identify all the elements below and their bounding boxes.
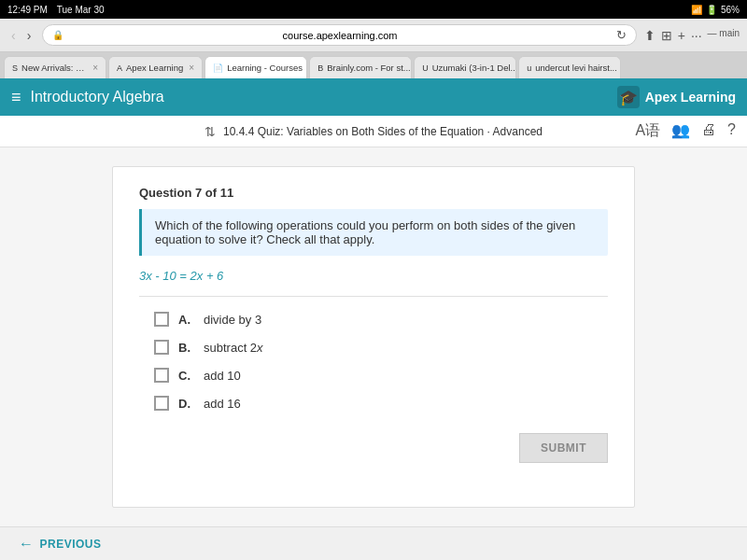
option-label-c: C. [178, 369, 190, 383]
print-icon[interactable]: 🖨 [701, 121, 716, 141]
tab-learning-courses[interactable]: 📄 Learning - Courses × [204, 56, 307, 78]
apex-logo-icon: 🎓 [617, 86, 640, 108]
share-button[interactable]: ⬆ [644, 28, 655, 43]
address-bar[interactable]: 🔒 course.apexlearning.com ↻ [42, 24, 636, 46]
nav-buttons: ‹ › [7, 26, 35, 45]
reload-button[interactable]: ↻ [616, 28, 627, 42]
option-text-b: subtract 2x [204, 341, 263, 355]
breadcrumb-text: 10.4.4 Quiz: Variables on Both Sides of … [223, 125, 543, 138]
submit-area: SUBMIT [139, 433, 608, 463]
tab-undercut[interactable]: u undercut levi hairst... × [518, 56, 621, 78]
breadcrumb-actions: A语 👥 🖨 ? [635, 121, 736, 141]
browser-actions: ⬆ ⊞ + ··· — main [644, 28, 740, 43]
tab-apex-learning[interactable]: A Apex Learning × [108, 56, 203, 78]
battery-icon: 🔋 [706, 5, 717, 15]
tab-close-icon[interactable]: × [189, 63, 194, 73]
menu-dots[interactable]: ··· [691, 28, 702, 43]
tab-bar: S New Arrivals: Dress... × A Apex Learni… [0, 52, 747, 78]
app-header: ≡ Introductory Algebra 🎓 Apex Learning [0, 78, 747, 116]
prev-arrow-icon: ← [19, 536, 35, 553]
previous-button[interactable]: ← PREVIOUS [19, 536, 102, 553]
wifi-icon: 📶 [691, 5, 702, 15]
option-checkbox-d[interactable] [154, 396, 169, 411]
battery-level: 56% [721, 5, 740, 15]
tab-new-arrivals[interactable]: S New Arrivals: Dress... × [4, 56, 106, 78]
question-number: Question 7 of 11 [139, 186, 608, 200]
submit-button[interactable]: SUBMIT [519, 433, 608, 463]
breadcrumb: ⇅ 10.4.4 Quiz: Variables on Both Sides o… [0, 116, 747, 147]
tab-favicon: S [12, 63, 18, 73]
question-prompt: Which of the following operations could … [139, 209, 608, 256]
tab-label: undercut levi hairst... [535, 63, 617, 73]
tab-favicon: A [117, 63, 122, 73]
tab-brainly[interactable]: B Brainly.com - For st... × [309, 56, 412, 78]
quiz-card: Question 7 of 11 Which of the following … [112, 166, 635, 508]
status-day: Tue Mar 30 [57, 5, 105, 15]
lock-icon: 🔒 [52, 30, 63, 40]
option-row-d: D. add 16 [154, 396, 608, 411]
tab-label: Learning - Courses [227, 63, 303, 73]
status-bar: 12:49 PM Tue Mar 30 📶 🔋 56% [0, 0, 747, 19]
prev-label: PREVIOUS [40, 538, 102, 551]
status-right: 📶 🔋 56% [691, 5, 740, 15]
tab-favicon: U [422, 63, 429, 73]
option-label-a: A. [178, 313, 190, 327]
tab-label: Brainly.com - For st... [327, 63, 411, 73]
option-text-a: divide by 3 [204, 313, 261, 327]
option-checkbox-b[interactable] [154, 340, 169, 355]
options-list: A. divide by 3 B. subtract 2x C. add 10 … [154, 312, 608, 411]
option-checkbox-c[interactable] [154, 368, 169, 383]
address-text: course.apexlearning.com [67, 30, 612, 41]
translate-icon[interactable]: A语 [635, 121, 660, 141]
status-left: 12:49 PM Tue Mar 30 [7, 5, 105, 15]
option-text-c: add 10 [204, 369, 241, 383]
persons-icon[interactable]: 👥 [671, 121, 690, 141]
tab-uzumaki[interactable]: U Uzumaki (3-in-1 Del... × [414, 56, 516, 78]
option-checkbox-a[interactable] [154, 312, 169, 327]
status-time: 12:49 PM [7, 5, 48, 15]
equation: 3x - 10 = 2x + 6 [139, 269, 608, 283]
tab-label: Uzumaki (3-in-1 Del... [432, 63, 517, 73]
divider [139, 296, 608, 297]
back-button[interactable]: ‹ [7, 26, 20, 45]
help-icon[interactable]: ? [727, 121, 736, 141]
hamburger-menu[interactable]: ≡ [11, 88, 21, 107]
option-row-c: C. add 10 [154, 368, 608, 383]
option-label-d: D. [178, 397, 190, 411]
tab-label: New Arrivals: Dress... [21, 63, 87, 73]
apex-logo: 🎓 Apex Learning [617, 86, 736, 108]
tab-favicon: u [527, 63, 531, 73]
new-tab-button[interactable]: + [678, 28, 685, 43]
browser-chrome: ‹ › 🔒 course.apexlearning.com ↻ ⬆ ⊞ + ··… [0, 19, 747, 52]
app-title: Introductory Algebra [31, 89, 617, 105]
option-row-b: B. subtract 2x [154, 340, 608, 355]
tab-favicon: B [317, 63, 323, 73]
breadcrumb-nav-icon: ⇅ [204, 124, 216, 139]
apex-logo-text: Apex Learning [645, 90, 736, 105]
option-row-a: A. divide by 3 [154, 312, 608, 327]
tab-favicon: 📄 [213, 63, 223, 73]
forward-button[interactable]: › [23, 26, 35, 45]
footer: ← PREVIOUS [0, 526, 747, 560]
option-text-d: add 16 [204, 397, 241, 411]
option-label-b: B. [178, 341, 190, 355]
window-label: — main [708, 28, 740, 43]
tab-close-icon[interactable]: × [92, 63, 98, 73]
main-content: Question 7 of 11 Which of the following … [0, 147, 747, 526]
tab-label: Apex Learning [126, 63, 183, 73]
tab-overview-button[interactable]: ⊞ [661, 28, 672, 43]
